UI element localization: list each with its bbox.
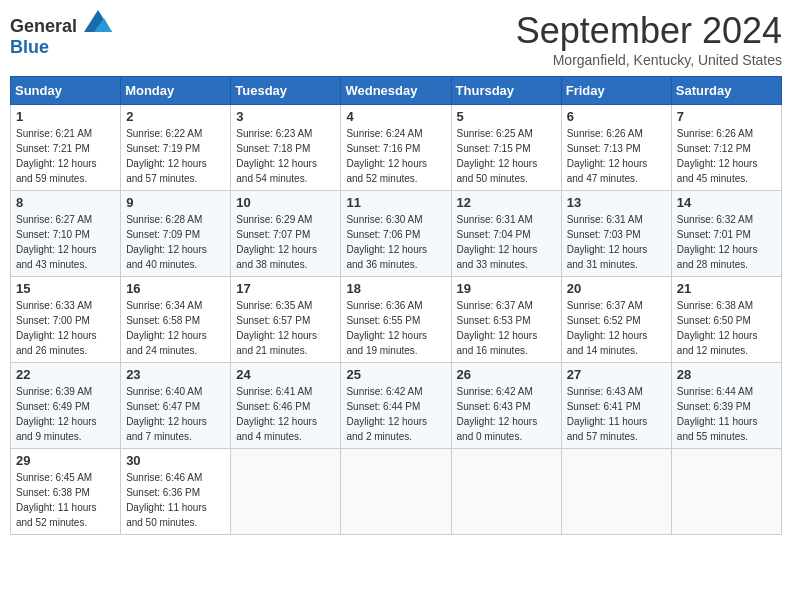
day-number: 9 [126, 195, 225, 210]
day-number: 27 [567, 367, 666, 382]
day-info: Sunrise: 6:37 AMSunset: 6:53 PMDaylight:… [457, 298, 556, 358]
day-number: 11 [346, 195, 445, 210]
calendar-day-cell [561, 449, 671, 535]
day-number: 22 [16, 367, 115, 382]
calendar-day-cell: 16 Sunrise: 6:34 AMSunset: 6:58 PMDaylig… [121, 277, 231, 363]
day-number: 12 [457, 195, 556, 210]
calendar-week-row: 22 Sunrise: 6:39 AMSunset: 6:49 PMDaylig… [11, 363, 782, 449]
day-info: Sunrise: 6:38 AMSunset: 6:50 PMDaylight:… [677, 298, 776, 358]
calendar-day-cell: 1 Sunrise: 6:21 AMSunset: 7:21 PMDayligh… [11, 105, 121, 191]
day-info: Sunrise: 6:29 AMSunset: 7:07 PMDaylight:… [236, 212, 335, 272]
calendar-day-cell: 12 Sunrise: 6:31 AMSunset: 7:04 PMDaylig… [451, 191, 561, 277]
day-number: 17 [236, 281, 335, 296]
day-info: Sunrise: 6:26 AMSunset: 7:12 PMDaylight:… [677, 126, 776, 186]
day-info: Sunrise: 6:32 AMSunset: 7:01 PMDaylight:… [677, 212, 776, 272]
day-info: Sunrise: 6:44 AMSunset: 6:39 PMDaylight:… [677, 384, 776, 444]
calendar-day-cell: 14 Sunrise: 6:32 AMSunset: 7:01 PMDaylig… [671, 191, 781, 277]
day-info: Sunrise: 6:33 AMSunset: 7:00 PMDaylight:… [16, 298, 115, 358]
calendar-day-cell: 28 Sunrise: 6:44 AMSunset: 6:39 PMDaylig… [671, 363, 781, 449]
page-header: General Blue September 2024 Morganfield,… [10, 10, 782, 68]
month-title: September 2024 [516, 10, 782, 52]
day-number: 14 [677, 195, 776, 210]
calendar-day-cell: 19 Sunrise: 6:37 AMSunset: 6:53 PMDaylig… [451, 277, 561, 363]
day-info: Sunrise: 6:26 AMSunset: 7:13 PMDaylight:… [567, 126, 666, 186]
day-info: Sunrise: 6:46 AMSunset: 6:36 PMDaylight:… [126, 470, 225, 530]
calendar-day-cell: 20 Sunrise: 6:37 AMSunset: 6:52 PMDaylig… [561, 277, 671, 363]
day-number: 13 [567, 195, 666, 210]
calendar-day-cell: 6 Sunrise: 6:26 AMSunset: 7:13 PMDayligh… [561, 105, 671, 191]
calendar-table: SundayMondayTuesdayWednesdayThursdayFrid… [10, 76, 782, 535]
day-number: 5 [457, 109, 556, 124]
weekday-header: Tuesday [231, 77, 341, 105]
location-title: Morganfield, Kentucky, United States [516, 52, 782, 68]
logo-icon [84, 10, 112, 32]
day-number: 24 [236, 367, 335, 382]
day-info: Sunrise: 6:21 AMSunset: 7:21 PMDaylight:… [16, 126, 115, 186]
title-area: September 2024 Morganfield, Kentucky, Un… [516, 10, 782, 68]
logo-general-text: General [10, 16, 77, 36]
calendar-day-cell: 24 Sunrise: 6:41 AMSunset: 6:46 PMDaylig… [231, 363, 341, 449]
day-number: 8 [16, 195, 115, 210]
calendar-day-cell: 5 Sunrise: 6:25 AMSunset: 7:15 PMDayligh… [451, 105, 561, 191]
day-number: 19 [457, 281, 556, 296]
calendar-day-cell: 15 Sunrise: 6:33 AMSunset: 7:00 PMDaylig… [11, 277, 121, 363]
day-number: 3 [236, 109, 335, 124]
day-number: 23 [126, 367, 225, 382]
calendar-week-row: 15 Sunrise: 6:33 AMSunset: 7:00 PMDaylig… [11, 277, 782, 363]
calendar-week-row: 29 Sunrise: 6:45 AMSunset: 6:38 PMDaylig… [11, 449, 782, 535]
day-number: 7 [677, 109, 776, 124]
weekday-header: Sunday [11, 77, 121, 105]
calendar-day-cell: 22 Sunrise: 6:39 AMSunset: 6:49 PMDaylig… [11, 363, 121, 449]
calendar-day-cell: 26 Sunrise: 6:42 AMSunset: 6:43 PMDaylig… [451, 363, 561, 449]
day-number: 1 [16, 109, 115, 124]
day-info: Sunrise: 6:42 AMSunset: 6:43 PMDaylight:… [457, 384, 556, 444]
calendar-day-cell [341, 449, 451, 535]
day-number: 25 [346, 367, 445, 382]
day-number: 21 [677, 281, 776, 296]
calendar-week-row: 1 Sunrise: 6:21 AMSunset: 7:21 PMDayligh… [11, 105, 782, 191]
day-info: Sunrise: 6:27 AMSunset: 7:10 PMDaylight:… [16, 212, 115, 272]
logo: General Blue [10, 10, 112, 58]
calendar-day-cell: 25 Sunrise: 6:42 AMSunset: 6:44 PMDaylig… [341, 363, 451, 449]
weekday-header: Thursday [451, 77, 561, 105]
day-number: 30 [126, 453, 225, 468]
calendar-day-cell [671, 449, 781, 535]
day-number: 20 [567, 281, 666, 296]
weekday-header: Wednesday [341, 77, 451, 105]
weekday-header: Saturday [671, 77, 781, 105]
day-info: Sunrise: 6:43 AMSunset: 6:41 PMDaylight:… [567, 384, 666, 444]
day-number: 28 [677, 367, 776, 382]
calendar-day-cell: 9 Sunrise: 6:28 AMSunset: 7:09 PMDayligh… [121, 191, 231, 277]
calendar-day-cell [451, 449, 561, 535]
calendar-day-cell: 18 Sunrise: 6:36 AMSunset: 6:55 PMDaylig… [341, 277, 451, 363]
calendar-day-cell [231, 449, 341, 535]
day-info: Sunrise: 6:36 AMSunset: 6:55 PMDaylight:… [346, 298, 445, 358]
day-number: 16 [126, 281, 225, 296]
day-info: Sunrise: 6:35 AMSunset: 6:57 PMDaylight:… [236, 298, 335, 358]
day-number: 29 [16, 453, 115, 468]
day-number: 18 [346, 281, 445, 296]
weekday-header: Monday [121, 77, 231, 105]
logo-blue-text: Blue [10, 37, 49, 57]
day-number: 15 [16, 281, 115, 296]
day-info: Sunrise: 6:39 AMSunset: 6:49 PMDaylight:… [16, 384, 115, 444]
calendar-day-cell: 8 Sunrise: 6:27 AMSunset: 7:10 PMDayligh… [11, 191, 121, 277]
day-info: Sunrise: 6:22 AMSunset: 7:19 PMDaylight:… [126, 126, 225, 186]
day-info: Sunrise: 6:28 AMSunset: 7:09 PMDaylight:… [126, 212, 225, 272]
day-info: Sunrise: 6:37 AMSunset: 6:52 PMDaylight:… [567, 298, 666, 358]
calendar-day-cell: 29 Sunrise: 6:45 AMSunset: 6:38 PMDaylig… [11, 449, 121, 535]
day-info: Sunrise: 6:25 AMSunset: 7:15 PMDaylight:… [457, 126, 556, 186]
day-info: Sunrise: 6:41 AMSunset: 6:46 PMDaylight:… [236, 384, 335, 444]
calendar-week-row: 8 Sunrise: 6:27 AMSunset: 7:10 PMDayligh… [11, 191, 782, 277]
calendar-day-cell: 13 Sunrise: 6:31 AMSunset: 7:03 PMDaylig… [561, 191, 671, 277]
weekday-header: Friday [561, 77, 671, 105]
day-info: Sunrise: 6:34 AMSunset: 6:58 PMDaylight:… [126, 298, 225, 358]
day-info: Sunrise: 6:45 AMSunset: 6:38 PMDaylight:… [16, 470, 115, 530]
calendar-header-row: SundayMondayTuesdayWednesdayThursdayFrid… [11, 77, 782, 105]
day-number: 2 [126, 109, 225, 124]
calendar-day-cell: 23 Sunrise: 6:40 AMSunset: 6:47 PMDaylig… [121, 363, 231, 449]
calendar-day-cell: 3 Sunrise: 6:23 AMSunset: 7:18 PMDayligh… [231, 105, 341, 191]
calendar-day-cell: 17 Sunrise: 6:35 AMSunset: 6:57 PMDaylig… [231, 277, 341, 363]
day-info: Sunrise: 6:23 AMSunset: 7:18 PMDaylight:… [236, 126, 335, 186]
calendar-day-cell: 30 Sunrise: 6:46 AMSunset: 6:36 PMDaylig… [121, 449, 231, 535]
